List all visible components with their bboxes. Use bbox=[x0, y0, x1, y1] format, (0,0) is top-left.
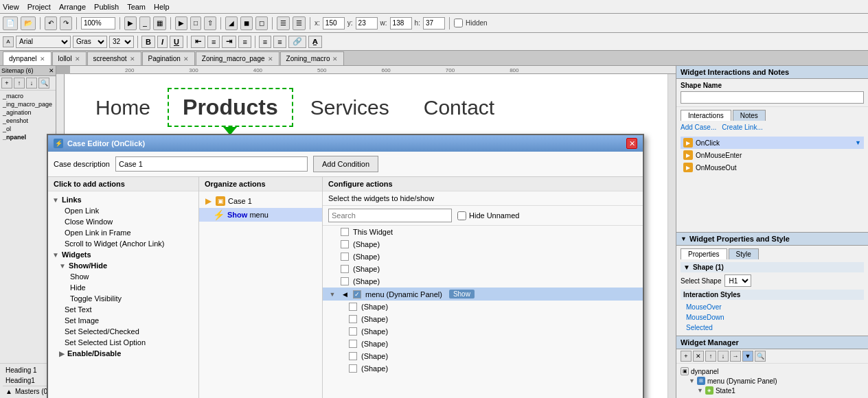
connect-btn[interactable]: ⎯ bbox=[139, 16, 150, 30]
heading1-item[interactable]: Heading 1 bbox=[3, 365, 53, 375]
tab-zoning-page[interactable]: Zoning_macro_page ✕ bbox=[196, 51, 279, 65]
publish-btn[interactable]: ⇧ bbox=[204, 16, 216, 30]
font-size-select[interactable]: 32 bbox=[109, 36, 134, 48]
shape9-checkbox[interactable] bbox=[349, 352, 357, 360]
config-item-shape-8[interactable]: (Shape) bbox=[323, 338, 643, 350]
config-item-shape-3[interactable]: (Shape) bbox=[323, 263, 643, 275]
case-node[interactable]: ▶ ▣ Case 1 bbox=[199, 194, 322, 208]
configure-search-input[interactable] bbox=[328, 209, 452, 222]
config-item-shape-2[interactable]: (Shape) bbox=[323, 250, 643, 263]
dialog-close-btn[interactable]: ✕ bbox=[626, 138, 637, 149]
italic-btn[interactable]: I bbox=[157, 36, 168, 48]
font-family-select[interactable]: Arial bbox=[16, 36, 71, 48]
align-right-btn[interactable]: ⇥ bbox=[222, 36, 236, 48]
shape4-checkbox[interactable] bbox=[341, 277, 349, 285]
underline-btn[interactable]: U bbox=[170, 36, 183, 48]
tab-dynpanel[interactable]: dynpanel ✕ bbox=[3, 51, 52, 65]
wm-item-dynpanel[interactable]: ▣ dynpanel bbox=[681, 366, 864, 376]
redo-btn[interactable]: ↷ bbox=[60, 16, 72, 30]
distribute-btn[interactable]: ☰ bbox=[293, 16, 306, 30]
set-text-item[interactable]: Set Text bbox=[48, 304, 198, 315]
add-page-btn[interactable]: + bbox=[1, 78, 12, 89]
wm-delete-btn[interactable]: ✕ bbox=[693, 351, 704, 362]
zoom-input[interactable]: 100% bbox=[81, 17, 115, 30]
set-selected-checked-item[interactable]: Set Selected/Checked bbox=[48, 326, 198, 337]
config-item-shape-1[interactable]: (Shape) bbox=[323, 238, 643, 250]
wm-down-btn[interactable]: ↓ bbox=[718, 351, 729, 362]
config-item-shape-4[interactable]: (Shape) bbox=[323, 275, 643, 288]
align-center-btn[interactable]: ≡ bbox=[207, 36, 220, 48]
links-category[interactable]: ▼ Links bbox=[48, 194, 198, 205]
show-hide-subcategory[interactable]: ▼ Show/Hide bbox=[48, 260, 198, 271]
open-link-item[interactable]: Open Link bbox=[48, 205, 198, 216]
tab-dynpanel-close[interactable]: ✕ bbox=[40, 56, 45, 62]
font-style-select[interactable]: Gras bbox=[73, 36, 107, 48]
link-text-btn[interactable]: 🔗 bbox=[288, 36, 306, 48]
tab-zoning-macro-close[interactable]: ✕ bbox=[332, 56, 338, 62]
interaction-onmouseout[interactable]: ▶ OnMouseOut bbox=[681, 161, 864, 174]
tab-pagination[interactable]: Pagination ✕ bbox=[142, 51, 195, 65]
open-btn[interactable]: 📂 bbox=[21, 16, 36, 30]
align-btn[interactable]: ☰ bbox=[277, 16, 290, 30]
nav-home[interactable]: Home bbox=[78, 89, 168, 126]
wm-add-btn[interactable]: + bbox=[681, 351, 692, 362]
align-left-btn[interactable]: ⇤ bbox=[191, 36, 205, 48]
props-collapse-arrow[interactable]: ▼ bbox=[681, 235, 687, 242]
interaction-onclick[interactable]: ▶ OnClick ▼ bbox=[681, 137, 864, 149]
close-window-item[interactable]: Close Window bbox=[48, 216, 198, 227]
tab-lollol-close[interactable]: ✕ bbox=[75, 56, 80, 62]
shape10-checkbox[interactable] bbox=[349, 364, 357, 373]
preview-btn[interactable]: □ bbox=[190, 16, 201, 30]
mouseover-style[interactable]: MouseOver bbox=[681, 302, 864, 312]
tab-zoning-page-close[interactable]: ✕ bbox=[268, 56, 273, 62]
move-up-btn[interactable]: ↑ bbox=[14, 78, 25, 89]
style-btn[interactable]: ◢ bbox=[225, 16, 238, 30]
wm-up-btn[interactable]: ↑ bbox=[705, 351, 716, 362]
state-expand-arrow[interactable]: ▼ bbox=[697, 387, 703, 394]
tab-notes[interactable]: Notes bbox=[733, 110, 766, 121]
new-btn[interactable]: 📄 bbox=[3, 16, 18, 30]
hide-unnamed-checkbox[interactable] bbox=[457, 211, 466, 220]
shape3-checkbox[interactable] bbox=[341, 265, 349, 273]
wm-indent-btn[interactable]: → bbox=[730, 351, 741, 362]
menu-expand-icon[interactable]: ▼ bbox=[328, 290, 336, 298]
shape7-checkbox[interactable] bbox=[349, 327, 357, 336]
mousedown-style[interactable]: MouseDown bbox=[681, 312, 864, 323]
add-condition-btn[interactable]: Add Condition bbox=[313, 156, 378, 172]
play-btn[interactable]: ▶ bbox=[175, 16, 187, 30]
config-item-menu[interactable]: ▼ ◀ ✓ menu (Dynamic Panel) Show bbox=[323, 288, 643, 301]
tab-style[interactable]: Style bbox=[729, 248, 759, 259]
masters-expand[interactable]: ▲ bbox=[5, 388, 12, 395]
search-pages-btn[interactable]: 🔍 bbox=[38, 78, 49, 89]
w-input[interactable]: 138 bbox=[390, 17, 412, 30]
sitemap-item-macro-page[interactable]: _ing_macro_page bbox=[1, 100, 54, 108]
bold-btn[interactable]: B bbox=[141, 36, 155, 48]
wm-item-state1[interactable]: ▼ ◈ State1 bbox=[681, 386, 864, 395]
menu-publish[interactable]: Publish bbox=[94, 3, 119, 11]
menu-arrange[interactable]: Arrange bbox=[59, 3, 86, 11]
nav-contact[interactable]: Contact bbox=[407, 89, 512, 126]
fill-btn[interactable]: ◼ bbox=[240, 16, 253, 30]
onclick-expand[interactable]: ▼ bbox=[855, 139, 861, 146]
interaction-onmouseenter[interactable]: ▶ OnMouseEnter bbox=[681, 149, 864, 161]
toggle-visibility-item[interactable]: Toggle Visibility bbox=[48, 293, 198, 304]
sitemap-item-macro[interactable]: _macro bbox=[1, 92, 54, 100]
text-color-btn[interactable]: A̲ bbox=[308, 36, 322, 48]
sitemap-item-pagination[interactable]: _agination bbox=[1, 108, 54, 117]
menu-checkbox[interactable]: ✓ bbox=[353, 290, 361, 298]
widgets-category[interactable]: ▼ Widgets bbox=[48, 249, 198, 260]
hidden-checkbox[interactable] bbox=[454, 19, 463, 27]
tab-screenshot-close[interactable]: ✕ bbox=[130, 56, 135, 62]
shape8-checkbox[interactable] bbox=[349, 340, 357, 348]
wm-filter-btn[interactable]: ▼ bbox=[742, 351, 753, 362]
scroll-widget-item[interactable]: Scroll to Widget (Anchor Link) bbox=[48, 238, 198, 249]
tab-lollol[interactable]: lollol ✕ bbox=[52, 51, 87, 65]
config-item-shape-5[interactable]: (Shape) bbox=[323, 301, 643, 313]
case-desc-input[interactable]: Case 1 bbox=[115, 156, 308, 172]
open-link-frame-item[interactable]: Open Link in Frame bbox=[48, 227, 198, 238]
tab-interactions[interactable]: Interactions bbox=[681, 110, 731, 121]
h-input[interactable]: 37 bbox=[423, 17, 445, 30]
config-item-shape-6[interactable]: (Shape) bbox=[323, 313, 643, 325]
config-item-shape-10[interactable]: (Shape) bbox=[323, 362, 643, 375]
show-item[interactable]: Show bbox=[48, 271, 198, 282]
